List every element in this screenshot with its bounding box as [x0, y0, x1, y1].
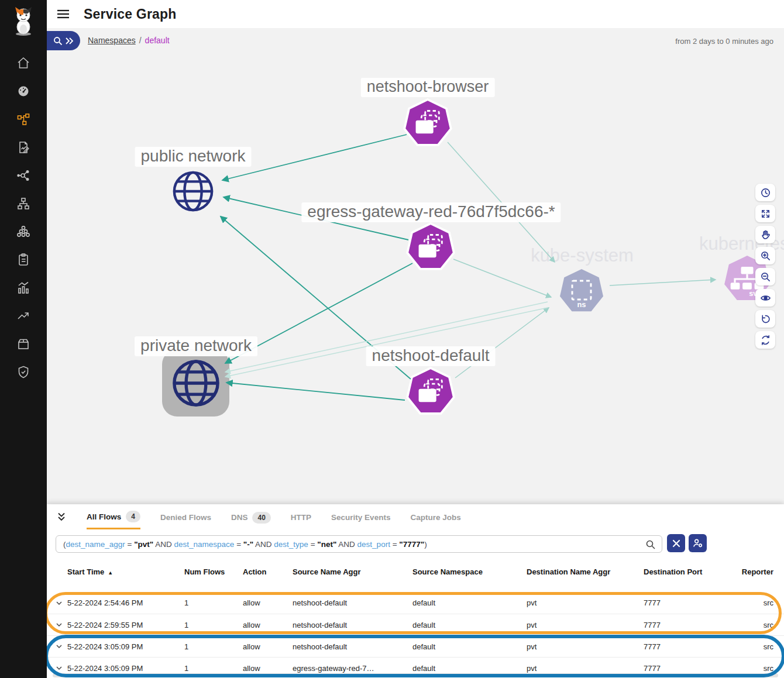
service-graph-canvas[interactable]: kube-system kubernetes — [47, 28, 784, 504]
column-header-destination-port[interactable]: Destination Port — [644, 567, 711, 577]
flow-row[interactable]: 5-22-2024 2:59:55 PM 1 allow netshoot-de… — [47, 614, 784, 635]
column-header-source-name-aggr[interactable]: Source Name Aggr — [293, 567, 412, 577]
zoom-out-icon — [760, 271, 771, 283]
sidebar-item-threat-defense[interactable] — [0, 358, 47, 386]
flow-filter-input[interactable]: (dest_name_aggr = "pvt" AND dest_namespa… — [56, 535, 662, 553]
horizontal-scrollbar[interactable] — [53, 673, 778, 677]
column-header-destination-name-aggr[interactable]: Destination Name Aggr — [527, 567, 644, 577]
tab-security-events[interactable]: Security Events — [331, 504, 390, 529]
expand-row-chevron[interactable] — [56, 665, 67, 672]
cell-start-time: 5-22-2024 3:05:09 PM — [67, 642, 184, 651]
tab-count-badge: 4 — [126, 511, 140, 522]
cell-num-flows: 1 — [184, 664, 243, 673]
filter-token-value: "pvt" — [134, 540, 153, 549]
cell-action: allow — [243, 621, 293, 629]
tab-http[interactable]: HTTP — [291, 504, 311, 529]
flow-row[interactable]: 5-22-2024 2:54:46 PM 1 allow netshoot-de… — [47, 592, 784, 614]
expand-row-chevron[interactable] — [56, 621, 67, 628]
expand-row-chevron[interactable] — [56, 643, 67, 650]
expand-fullscreen-button[interactable] — [755, 205, 775, 222]
column-header-action[interactable]: Action — [243, 567, 293, 577]
node-private-network[interactable] — [162, 349, 229, 417]
hamburger-menu-button[interactable] — [57, 8, 70, 20]
cell-start-time: 5-22-2024 2:59:55 PM — [67, 621, 184, 629]
cell-destination-port: 7777 — [644, 642, 711, 651]
sidebar-item-service-graph[interactable] — [0, 105, 47, 133]
cell-destination-port: 7777 — [644, 621, 711, 629]
tab-denied-flows[interactable]: Denied Flows — [160, 504, 211, 529]
node-egress-gateway[interactable] — [405, 222, 456, 275]
node-netshoot-browser[interactable] — [403, 98, 453, 151]
cell-destination-name-aggr: pvt — [527, 642, 644, 651]
tab-capture-jobs[interactable]: Capture Jobs — [410, 504, 460, 529]
expand-row-chevron[interactable] — [56, 600, 67, 607]
flow-row[interactable]: 5-22-2024 3:05:09 PM 1 allow netshoot-de… — [47, 635, 784, 657]
cell-destination-port: 7777 — [644, 664, 711, 673]
sidebar-item-home[interactable] — [0, 49, 47, 77]
cell-num-flows: 1 — [184, 598, 243, 607]
refresh-button[interactable] — [755, 331, 775, 349]
left-nav-sidebar — [0, 0, 47, 678]
zoom-in-button[interactable] — [755, 247, 775, 264]
graph-search-pill[interactable] — [47, 31, 80, 50]
node-public-network[interactable] — [170, 168, 216, 216]
time-range-label: from 2 days to 0 minutes ago — [675, 37, 773, 46]
sidebar-item-clusters[interactable] — [0, 218, 47, 246]
workload-heptagon-icon — [405, 222, 456, 273]
breadcrumb-row: Namespaces/default from 2 days to 0 minu… — [47, 28, 784, 54]
trend-arrow-icon — [16, 309, 30, 323]
graph-toolbar — [755, 184, 775, 349]
tab-dns[interactable]: DNS 40 — [231, 504, 271, 529]
flows-tabs-row: All Flows 4 Denied Flows DNS 40 HTTP Sec… — [47, 504, 784, 529]
clipboard-icon — [16, 253, 30, 267]
node-kube-system[interactable]: ns — [558, 268, 605, 317]
tab-label: Denied Flows — [160, 513, 211, 522]
ns-badge: ns — [577, 300, 586, 309]
search-icon — [53, 36, 63, 46]
pan-hand-button[interactable] — [755, 226, 775, 243]
close-x-icon — [672, 539, 680, 548]
node-netshoot-default[interactable] — [405, 367, 456, 419]
sidebar-item-compliance[interactable] — [0, 246, 47, 274]
column-header-start-time[interactable]: Start Time▲ — [67, 567, 184, 577]
flow-molecule-icon — [16, 168, 30, 183]
globe-icon — [170, 168, 216, 214]
sidebar-item-networks[interactable] — [0, 190, 47, 218]
time-clock-button[interactable] — [755, 184, 775, 201]
column-header-source-namespace[interactable]: Source Namespace — [412, 567, 527, 577]
network-tree-icon — [16, 197, 30, 211]
collapse-panel-button[interactable] — [56, 511, 67, 523]
cell-reporter: src — [711, 621, 773, 629]
calico-cat-logo[interactable] — [11, 6, 36, 39]
sidebar-item-trends[interactable] — [0, 302, 47, 330]
sidebar-item-archive[interactable] — [0, 330, 47, 358]
user-gear-icon — [692, 538, 703, 549]
eye-icon — [760, 292, 771, 304]
cell-destination-name-aggr: pvt — [527, 598, 644, 607]
breadcrumb-namespaces-link[interactable]: Namespaces — [88, 36, 136, 45]
tab-all-flows[interactable]: All Flows 4 — [87, 504, 140, 529]
column-header-reporter[interactable]: Reporter — [711, 567, 773, 577]
column-header-num-flows[interactable]: Num Flows — [184, 567, 243, 577]
clear-filter-button[interactable] — [667, 534, 685, 552]
visibility-eye-button[interactable] — [755, 289, 775, 307]
sidebar-item-dashboard[interactable] — [0, 77, 47, 105]
cell-source-name-aggr: egress-gateway-red-7… — [293, 664, 412, 673]
tab-label: DNS — [231, 513, 248, 522]
cell-num-flows: 1 — [184, 642, 243, 651]
filter-token-value: "7777" — [399, 540, 424, 549]
home-icon — [16, 56, 30, 70]
cell-reporter: src — [711, 664, 773, 673]
cell-num-flows: 1 — [184, 621, 243, 629]
sidebar-item-flow-visualizer[interactable] — [0, 161, 47, 190]
sidebar-item-policies[interactable] — [0, 133, 47, 161]
zoom-out-button[interactable] — [755, 268, 775, 285]
sidebar-item-statistics[interactable] — [0, 274, 47, 302]
cell-action: allow — [243, 642, 293, 651]
top-bar: Service Graph — [47, 0, 784, 28]
breadcrumb-separator: / — [139, 36, 142, 45]
user-settings-button[interactable] — [689, 534, 707, 552]
filter-search-button[interactable] — [645, 539, 656, 550]
hand-icon — [760, 229, 771, 240]
undo-button[interactable] — [755, 310, 775, 328]
